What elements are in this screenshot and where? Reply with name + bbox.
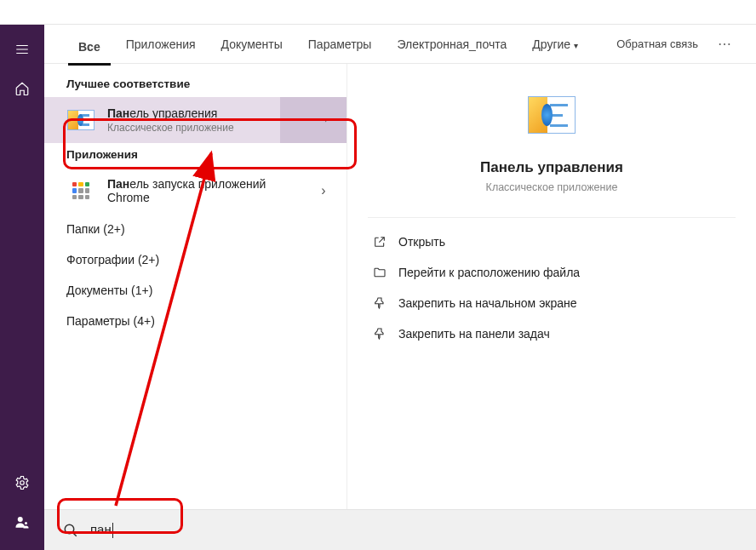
tab-settings[interactable]: Параметры — [298, 32, 382, 56]
best-match-label: Лучшее соответствие — [44, 72, 346, 97]
tab-email[interactable]: Электронная_почта — [387, 32, 517, 56]
category-folders[interactable]: Папки (2+) — [44, 214, 346, 244]
open-icon — [373, 235, 387, 249]
pin-icon — [373, 296, 387, 310]
account-icon[interactable] — [2, 502, 43, 541]
home-icon[interactable] — [2, 69, 43, 108]
chevron-down-icon: ▾ — [574, 41, 578, 50]
filter-tabs: Все Приложения Документы Параметры Элект… — [44, 25, 756, 64]
tab-documents[interactable]: Документы — [211, 32, 293, 56]
search-input[interactable]: пан — [90, 522, 742, 538]
tab-all[interactable]: Все — [68, 35, 111, 66]
action-open[interactable]: Открыть — [368, 226, 736, 257]
svg-point-1 — [18, 517, 23, 522]
hamburger-icon[interactable] — [2, 30, 43, 69]
action-pin-start[interactable]: Закрепить на начальном экране — [368, 288, 736, 318]
preview-app-icon — [528, 96, 576, 144]
nav-rail — [0, 25, 44, 550]
result-control-panel[interactable]: Панель управления Классическое приложени… — [44, 97, 346, 143]
svg-point-0 — [20, 481, 25, 485]
action-pin-taskbar[interactable]: Закрепить на панели задач — [368, 318, 736, 349]
svg-point-2 — [25, 522, 27, 524]
feedback-link[interactable]: Обратная связь — [608, 32, 707, 55]
control-panel-icon — [66, 106, 95, 135]
preview-subtitle: Классическое приложение — [486, 181, 618, 193]
preview-pane: Панель управления Классическое приложени… — [346, 64, 756, 509]
result-title: Панель управления — [107, 106, 309, 120]
apps-group-label: Приложения — [44, 143, 346, 168]
tab-more[interactable]: Другие▾ — [522, 32, 588, 56]
result-subtitle: Классическое приложение — [107, 122, 309, 134]
category-documents[interactable]: Документы (1+) — [44, 275, 346, 306]
chevron-right-icon[interactable]: › — [309, 183, 338, 198]
search-icon — [63, 523, 78, 538]
result-chrome-launcher[interactable]: Панель запуска приложений Chrome › — [44, 168, 346, 214]
category-settings[interactable]: Параметры (4+) — [44, 306, 346, 336]
preview-title: Панель управления — [480, 159, 623, 176]
svg-point-3 — [65, 524, 74, 534]
result-title: Панель запуска приложений Chrome — [107, 177, 309, 204]
pin-icon — [373, 327, 387, 341]
overflow-menu-icon[interactable]: ⋯ — [712, 36, 739, 52]
gear-icon[interactable] — [2, 463, 43, 502]
search-bar[interactable]: пан — [44, 509, 756, 550]
category-photos[interactable]: Фотографии (2+) — [44, 244, 346, 275]
chrome-apps-icon — [66, 176, 95, 205]
tab-apps[interactable]: Приложения — [116, 32, 206, 56]
folder-icon — [373, 266, 387, 279]
action-file-location[interactable]: Перейти к расположению файла — [368, 257, 736, 288]
results-list: Лучшее соответствие Панель управления Кл… — [44, 64, 346, 509]
arrow-right-icon[interactable]: → — [309, 112, 338, 128]
